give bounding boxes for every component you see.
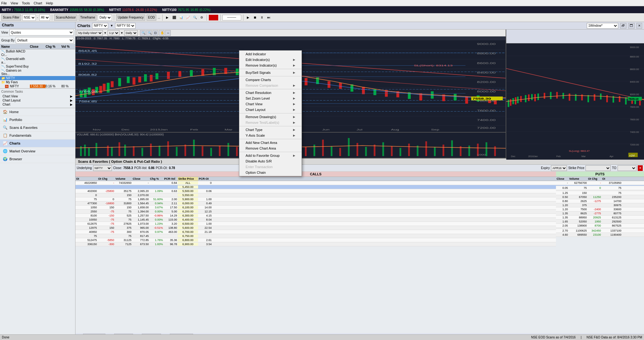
- scans-filter-btn[interactable]: Scans Filter: [1, 14, 21, 21]
- task-chart-layout[interactable]: Chart Layout ▶: [1, 98, 74, 102]
- toolbar-play-btn[interactable]: ▶: [245, 15, 251, 20]
- task-chart[interactable]: Chart ▶: [1, 102, 74, 107]
- table-row[interactable]: 0.80 2625 -1275 14700: [556, 199, 644, 203]
- nav-browser[interactable]: 🌍 Browser: [0, 155, 75, 163]
- close-chart-btn[interactable]: ✕: [636, 23, 642, 29]
- menu-view[interactable]: View: [11, 1, 18, 5]
- timeframe-select[interactable]: Daily: [98, 14, 112, 21]
- toolbar-icon3[interactable]: 📊: [178, 15, 184, 20]
- table-row[interactable]: 2.05 138900 8700 867525: [556, 224, 644, 228]
- toolbar-icon6[interactable]: ⚙: [199, 15, 205, 20]
- close-filter-btn[interactable]: ✕: [638, 165, 643, 171]
- menu-chart[interactable]: Chart: [34, 1, 42, 5]
- to-select[interactable]: [618, 165, 636, 171]
- menu-disable-auto[interactable]: Disable Auto S/R: [239, 158, 302, 164]
- menu-remove-indicator[interactable]: Remove Indicator(s) ▶: [239, 63, 302, 68]
- toolbar-icon4[interactable]: 📈: [185, 15, 191, 20]
- menu-add-favorite[interactable]: Add to Favorite Group ▶: [239, 153, 302, 158]
- list-item[interactable]: 📉 Gainers on Stro...: [0, 69, 75, 76]
- toolbar-line-icon[interactable]: ────: [222, 15, 241, 20]
- minimize-btn[interactable]: 🗗: [620, 23, 626, 29]
- scans-advisor-btn[interactable]: Scans/Advisor: [54, 14, 77, 21]
- task-chart-view[interactable]: Chart View ▶: [1, 94, 74, 98]
- view-select[interactable]: Quotes: [9, 29, 74, 36]
- interval-select[interactable]: Daily: [124, 30, 138, 36]
- list-item[interactable]: 📉 Oversold with a...: [0, 57, 75, 64]
- menu-edit-indicator[interactable]: Edit Indicator(s) ▶: [239, 57, 302, 63]
- list-item-nifty-folder[interactable]: 📁 NIFTY: [0, 76, 75, 80]
- table-row[interactable]: 75 75 817.45 6,750.00: [75, 234, 556, 238]
- symbol-select[interactable]: NIFTY: [92, 23, 108, 29]
- nav-scans[interactable]: 🔍 Scans & Favorites: [0, 124, 75, 132]
- expiry-select[interactable]: APR16: [551, 165, 567, 171]
- table-row[interactable]: 1.25 150 75: [556, 191, 644, 195]
- segment-select[interactable]: All: [39, 14, 50, 21]
- table-row[interactable]: 402000 -25800 35175 2,065.20 1.09% 0.63 …: [75, 189, 556, 193]
- table-row[interactable]: 5,450.00: [75, 185, 556, 189]
- exchange-select[interactable]: NSE: [22, 14, 36, 21]
- table-row[interactable]: 1.35 8625 -2775 80775: [556, 211, 644, 216]
- menu-remove-chart-area[interactable]: Remove Chart Area: [239, 145, 302, 151]
- menu-chart-view[interactable]: Chart View ▶: [239, 101, 302, 107]
- underlying-select[interactable]: NIFTY: [93, 165, 112, 171]
- strike-select[interactable]: [586, 165, 611, 171]
- menu-remove-drawing[interactable]: Remove Drawing(s) ▶: [239, 114, 302, 120]
- table-row[interactable]: 4.60 689550 23100 1190400: [556, 233, 644, 237]
- list-item[interactable]: 📉 SuperTrend Buy: [0, 64, 75, 69]
- nav-market[interactable]: 🌐 Market Overview: [0, 147, 75, 155]
- view-preset-select[interactable]: My-Daily-View*: [77, 30, 103, 36]
- menu-y-axis[interactable]: Y-Axis Scale ▶: [239, 133, 302, 138]
- table-row[interactable]: 40950 -75 300 870.05 0.97% 463.00 6,700.…: [75, 230, 556, 234]
- table-row[interactable]: - 62756700 - 37105950: [556, 181, 644, 185]
- menu-chart-type[interactable]: Chart Type ▶: [239, 127, 302, 133]
- table-row[interactable]: 477300 -16800 31800 1,564.45 0.94% 2.11 …: [75, 201, 556, 206]
- table-row[interactable]: 612675 -75 27825 1,073.00 1.23% 3.20 6,5…: [75, 222, 556, 226]
- table-row[interactable]: 1.65 52050 1950 292500: [556, 220, 644, 224]
- table-row[interactable]: 49220850 - 74332650 - 0.84 ALL 0: [75, 181, 556, 185]
- menu-tools[interactable]: Tools: [22, 1, 30, 5]
- menu-chart-layout[interactable]: Chart Layout ▶: [239, 107, 302, 112]
- toolbar-stop-btn[interactable]: ⏹: [252, 15, 258, 20]
- menu-add-chart-area[interactable]: Add New Chart Area: [239, 140, 302, 145]
- menu-set-zoom[interactable]: Set Zoom Level ▶: [239, 96, 302, 101]
- eod-btn[interactable]: EOD: [147, 14, 157, 21]
- timeframe-btn[interactable]: Timeframe: [79, 14, 97, 21]
- nav-home[interactable]: 🏠 Home: [0, 108, 75, 116]
- table-row[interactable]: 0.05 75 0 75: [556, 186, 644, 190]
- list-item-myfavs[interactable]: 📁 My Favs: [0, 80, 75, 84]
- menu-file[interactable]: File: [1, 1, 7, 5]
- toolbar-pause-btn[interactable]: ⏸: [259, 15, 265, 20]
- menu-buy-sell[interactable]: Buy/Sell Signals ▶: [239, 70, 302, 75]
- nav-portfolio[interactable]: 📊 Portfolio: [0, 116, 75, 124]
- table-row[interactable]: 8100 -150 525 1,257.50 -0.86% 14.29 6,30…: [75, 214, 556, 218]
- zoom-fit-btn[interactable]: ⊡: [153, 30, 158, 36]
- table-row[interactable]: 10050 -75 75 1,145.45 0.00% 115.00 6,400…: [75, 218, 556, 222]
- table-row[interactable]: 1.20 7500 -2400 33600: [556, 207, 644, 211]
- menu-help[interactable]: Help: [46, 1, 53, 5]
- toolbar-icon1[interactable]: ▶: [164, 15, 170, 20]
- table-row[interactable]: 336150 -300 7125 673.50 1.83% 96.78 6,90…: [75, 242, 556, 246]
- window-select[interactable]: 1Window*: [587, 23, 618, 29]
- nav-charts[interactable]: 📈 Charts: [0, 140, 75, 147]
- index-select[interactable]: NIFTY 50: [115, 23, 136, 29]
- zoom-in-btn[interactable]: 🔍: [140, 30, 146, 36]
- toolbar-icon2[interactable]: ⬛: [171, 15, 177, 20]
- zoom-out-btn[interactable]: 🔍: [146, 30, 152, 36]
- toolbar-ff-btn[interactable]: ⏭: [266, 15, 272, 20]
- table-row[interactable]: 1.35 88950 20925 613125: [556, 216, 644, 220]
- menu-compare-charts[interactable]: Compare Charts: [239, 77, 302, 83]
- table-row[interactable]: 12975 150 375 965.00 -0.51% 138.80 5,600…: [75, 226, 556, 230]
- table-row[interactable]: 0.50 67050 11250 235200: [556, 195, 644, 199]
- menu-option-chain[interactable]: Option Chain: [239, 170, 302, 175]
- table-row[interactable]: 1.20 375 30975: [556, 203, 644, 207]
- scroll-btn[interactable]: ↔: [165, 30, 171, 36]
- table-row[interactable]: 1050 150 150 1,658.00 3.67% 17.50 6,100.…: [75, 206, 556, 210]
- toolbar-red-box[interactable]: [209, 15, 218, 20]
- update-freq-btn[interactable]: Update Frequency: [116, 14, 145, 21]
- list-item-nifty-stock[interactable]: N NIFTY 7,558.30 0.16 % 80 %: [0, 84, 75, 88]
- maximize-btn[interactable]: 🗖: [628, 23, 635, 29]
- table-row[interactable]: 2.70 1100625 342450 1337100: [556, 229, 644, 233]
- table-row[interactable]: 2550 -75 75 1,394.00 0.00% 5.00 6,200.00…: [75, 210, 556, 214]
- pan-btn[interactable]: ✋: [159, 30, 164, 36]
- menu-add-indicator[interactable]: Add Indicator: [239, 51, 302, 57]
